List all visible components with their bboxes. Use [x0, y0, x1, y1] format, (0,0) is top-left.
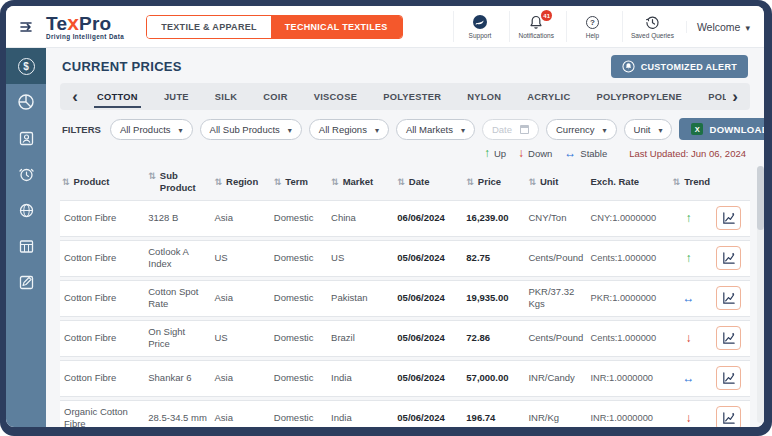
chevron-down-icon	[461, 124, 465, 135]
view-chart-button[interactable]	[716, 206, 741, 230]
segment-toggle: TEXTILE & APPAREL TECHNICAL TEXTILES	[146, 15, 402, 39]
sidebar-item-alerts[interactable]	[6, 156, 46, 192]
commodity-tab[interactable]: COTTON	[84, 85, 151, 109]
table-header-row: Product Sub Product Region	[60, 164, 750, 200]
view-chart-button[interactable]	[716, 286, 741, 310]
header-actions: Support 41 Notifications Help	[453, 11, 754, 42]
download-button[interactable]: DOWNLOAD	[679, 118, 764, 140]
tabs-next-icon[interactable]	[726, 87, 744, 107]
cell-region: Asia	[212, 367, 271, 389]
notifications-badge: 41	[541, 10, 552, 21]
commodity-tab[interactable]: COIR	[250, 85, 300, 109]
column-header[interactable]: Date	[395, 170, 464, 194]
cell-term: Domestic	[272, 407, 329, 427]
filter-dropdown[interactable]: All Products	[110, 119, 193, 140]
filter-dropdown[interactable]: Date	[482, 119, 539, 140]
chevron-down-icon	[745, 21, 750, 33]
welcome-label: Welcome	[697, 21, 741, 33]
filter-dropdown[interactable]: All Markets	[396, 119, 475, 140]
tab-textile-apparel[interactable]: TEXTILE & APPAREL	[147, 16, 271, 38]
column-header[interactable]: Sub Product	[146, 164, 212, 200]
help-button[interactable]: Help	[566, 11, 618, 42]
scrollbar[interactable]	[757, 166, 764, 423]
alarm-clock-icon	[18, 166, 35, 183]
sidebar-item-reports[interactable]	[6, 120, 46, 156]
cell-exch-rate: INR:1.0000000	[589, 367, 671, 389]
trend-arrow-icon	[686, 252, 692, 264]
column-header[interactable]: Product	[60, 170, 146, 194]
download-label: DOWNLOAD	[709, 124, 764, 135]
sort-icon	[274, 176, 282, 188]
column-header[interactable]: Region	[212, 170, 271, 194]
prices-icon	[18, 58, 35, 75]
cell-date: 05/06/2024	[395, 247, 464, 269]
sidebar-item-news[interactable]	[6, 264, 46, 300]
scrollbar-thumb[interactable]	[757, 166, 764, 230]
column-header[interactable]: Trend	[671, 170, 709, 194]
cell-term: Domestic	[272, 247, 329, 269]
line-chart-icon	[721, 411, 736, 426]
logo-tagline: Driving Intelligent Data	[46, 34, 124, 40]
column-header[interactable]: Term	[272, 170, 329, 194]
cell-market: US	[329, 247, 395, 269]
cell-product: Cotton Fibre	[60, 207, 146, 229]
line-chart-icon	[721, 331, 736, 346]
sidebar-item-global[interactable]	[6, 192, 46, 228]
cell-region: US	[212, 327, 271, 349]
commodity-tab[interactable]: POLYETHYLENE	[695, 85, 726, 109]
filter-dropdown[interactable]: All Regions	[309, 119, 389, 140]
column-header[interactable]: Market	[329, 170, 395, 194]
logo-text: TexPro	[46, 12, 124, 33]
app-content: TexPro Driving Intelligent Data TEXTILE …	[6, 6, 764, 427]
cell-date: 05/06/2024	[395, 407, 464, 427]
trend-arrow-icon	[686, 212, 692, 224]
notifications-button[interactable]: 41 Notifications	[509, 11, 561, 42]
tab-technical-textiles[interactable]: TECHNICAL TEXTILES	[271, 16, 402, 38]
sort-icon	[673, 176, 681, 188]
sidebar-item-prices[interactable]	[6, 48, 46, 84]
column-header[interactable]: Price	[464, 170, 526, 194]
support-button[interactable]: Support	[453, 11, 505, 42]
saved-queries-button[interactable]: Saved Queries	[622, 11, 682, 42]
tabs-prev-icon[interactable]	[66, 87, 84, 107]
filter-dropdown[interactable]: Unit	[624, 119, 673, 140]
view-chart-button[interactable]	[716, 246, 741, 270]
legend-stable: Stable	[564, 147, 607, 159]
sort-icon	[466, 176, 474, 188]
commodity-tab[interactable]: NYLON	[454, 85, 514, 109]
cell-product: Cotton Fibre	[60, 367, 146, 389]
sidebar-item-spreadsheet[interactable]	[6, 228, 46, 264]
up-arrow-icon	[484, 147, 490, 159]
column-header[interactable]: Exch. Rate	[589, 170, 671, 194]
trend-arrow-icon	[683, 292, 695, 304]
sidebar-toggle-button[interactable]	[14, 14, 40, 40]
hamburger-arrow-icon	[19, 20, 35, 34]
prices-table: Product Sub Product Region	[60, 164, 750, 427]
cell-term: Domestic	[272, 327, 329, 349]
commodity-tab[interactable]: ACRYLIC	[514, 85, 583, 109]
cell-term: Domestic	[272, 287, 329, 309]
commodity-tab[interactable]: VISCOSE	[301, 85, 370, 109]
cell-unit: PKR/37.32 Kgs	[526, 281, 588, 316]
filter-dropdown[interactable]: All Sub Products	[200, 119, 302, 140]
filter-dropdown[interactable]: Currency	[546, 119, 617, 140]
sort-icon	[397, 176, 405, 188]
commodity-tab[interactable]: SILK	[202, 85, 250, 109]
line-chart-icon	[721, 251, 736, 266]
table-row: Cotton Fibre On Sight Price US Domestic …	[60, 320, 750, 357]
column-header[interactable]: Unit	[526, 170, 588, 194]
welcome-menu[interactable]: Welcome	[686, 21, 754, 33]
view-chart-button[interactable]	[716, 406, 741, 427]
line-chart-icon	[721, 211, 736, 226]
cell-market: India	[329, 367, 395, 389]
sidebar-item-analytics[interactable]	[6, 84, 46, 120]
logo-x-mark: x	[67, 11, 79, 34]
table-row: Cotton Fibre Cotlook A Index US Domestic…	[60, 240, 750, 277]
cell-price: 72.86	[464, 327, 526, 349]
commodity-tab[interactable]: POLYESTER	[370, 85, 454, 109]
customized-alert-button[interactable]: CUSTOMIZED ALERT	[611, 55, 748, 78]
view-chart-button[interactable]	[716, 366, 741, 390]
commodity-tab[interactable]: POLYPROPYLENE	[583, 85, 695, 109]
commodity-tab[interactable]: JUTE	[151, 85, 202, 109]
view-chart-button[interactable]	[716, 326, 741, 350]
